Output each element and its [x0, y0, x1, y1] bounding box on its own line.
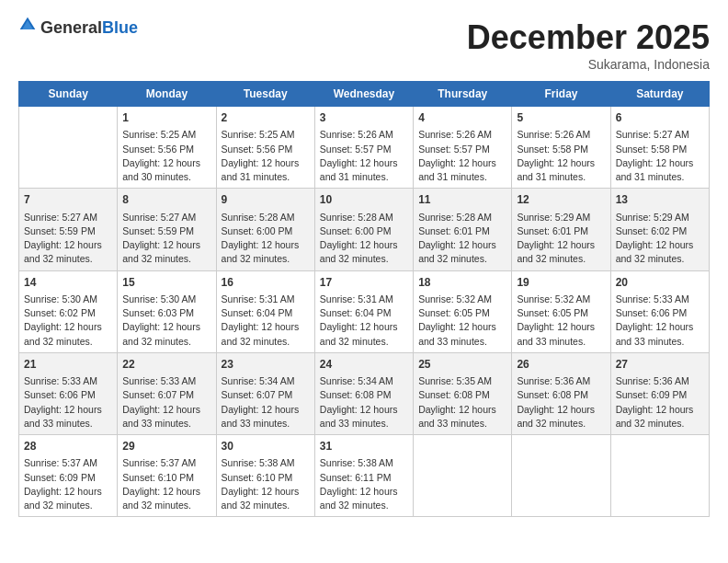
calendar-cell: 24Sunrise: 5:34 AM Sunset: 6:08 PM Dayli… — [314, 352, 413, 434]
day-number: 13 — [616, 192, 704, 208]
cell-content: Sunrise: 5:30 AM Sunset: 6:02 PM Dayligh… — [24, 293, 112, 349]
header-wednesday: Wednesday — [314, 82, 413, 107]
day-number: 9 — [222, 192, 310, 208]
calendar-cell: 20Sunrise: 5:33 AM Sunset: 6:06 PM Dayli… — [610, 270, 709, 352]
calendar-cell: 25Sunrise: 5:35 AM Sunset: 6:08 PM Dayli… — [414, 352, 512, 434]
calendar-cell: 17Sunrise: 5:31 AM Sunset: 6:04 PM Dayli… — [314, 270, 413, 352]
header: GeneralBlue December 2025 Sukarama, Indo… — [18, 18, 710, 72]
calendar-cell — [512, 435, 610, 517]
cell-content: Sunrise: 5:29 AM Sunset: 6:01 PM Dayligh… — [517, 211, 605, 267]
day-number: 7 — [24, 192, 112, 208]
cell-content: Sunrise: 5:28 AM Sunset: 6:00 PM Dayligh… — [320, 211, 408, 267]
calendar-cell: 8Sunrise: 5:27 AM Sunset: 5:59 PM Daylig… — [118, 189, 216, 270]
cell-content: Sunrise: 5:31 AM Sunset: 6:04 PM Dayligh… — [320, 293, 408, 349]
cell-content: Sunrise: 5:32 AM Sunset: 6:05 PM Dayligh… — [517, 293, 605, 349]
cell-content: Sunrise: 5:25 AM Sunset: 5:56 PM Dayligh… — [222, 128, 310, 184]
header-saturday: Saturday — [610, 82, 709, 107]
calendar-cell: 1Sunrise: 5:25 AM Sunset: 5:56 PM Daylig… — [118, 107, 216, 189]
calendar-cell: 30Sunrise: 5:38 AM Sunset: 6:10 PM Dayli… — [216, 435, 314, 517]
calendar-cell: 9Sunrise: 5:28 AM Sunset: 6:00 PM Daylig… — [216, 189, 314, 270]
day-number: 19 — [517, 275, 605, 291]
month-title: December 2025 — [467, 18, 710, 57]
calendar-cell: 27Sunrise: 5:36 AM Sunset: 6:09 PM Dayli… — [610, 352, 709, 434]
calendar-cell: 13Sunrise: 5:29 AM Sunset: 6:02 PM Dayli… — [610, 189, 709, 270]
cell-content: Sunrise: 5:33 AM Sunset: 6:06 PM Dayligh… — [24, 374, 112, 431]
calendar-cell — [610, 435, 709, 517]
day-number: 25 — [418, 357, 506, 373]
calendar-cell: 19Sunrise: 5:32 AM Sunset: 6:05 PM Dayli… — [512, 270, 610, 352]
cell-content: Sunrise: 5:30 AM Sunset: 6:03 PM Dayligh… — [122, 293, 210, 349]
calendar-cell: 22Sunrise: 5:33 AM Sunset: 6:07 PM Dayli… — [118, 352, 216, 434]
cell-content: Sunrise: 5:27 AM Sunset: 5:59 PM Dayligh… — [24, 211, 112, 267]
calendar-cell: 23Sunrise: 5:34 AM Sunset: 6:07 PM Dayli… — [216, 352, 314, 434]
cell-content: Sunrise: 5:38 AM Sunset: 6:10 PM Dayligh… — [222, 456, 310, 512]
calendar-cell — [414, 435, 512, 517]
cell-content: Sunrise: 5:32 AM Sunset: 6:05 PM Dayligh… — [418, 293, 506, 349]
header-sunday: Sunday — [19, 82, 118, 107]
calendar-cell: 10Sunrise: 5:28 AM Sunset: 6:00 PM Dayli… — [314, 189, 413, 270]
day-number: 6 — [616, 110, 704, 126]
calendar-cell: 26Sunrise: 5:36 AM Sunset: 6:08 PM Dayli… — [512, 352, 610, 434]
day-number: 22 — [122, 357, 210, 373]
day-number: 1 — [122, 110, 210, 126]
calendar-cell: 5Sunrise: 5:26 AM Sunset: 5:58 PM Daylig… — [512, 107, 610, 189]
calendar-cell: 14Sunrise: 5:30 AM Sunset: 6:02 PM Dayli… — [19, 270, 118, 352]
logo-icon — [18, 16, 37, 34]
day-number: 30 — [222, 439, 310, 454]
day-number: 10 — [320, 192, 408, 208]
logo: GeneralBlue — [18, 18, 138, 38]
calendar-cell: 21Sunrise: 5:33 AM Sunset: 6:06 PM Dayli… — [19, 352, 118, 434]
cell-content: Sunrise: 5:28 AM Sunset: 6:00 PM Dayligh… — [222, 211, 310, 267]
cell-content: Sunrise: 5:28 AM Sunset: 6:01 PM Dayligh… — [418, 211, 506, 267]
day-number: 15 — [122, 275, 210, 291]
cell-content: Sunrise: 5:34 AM Sunset: 6:08 PM Dayligh… — [320, 374, 408, 431]
day-number: 31 — [320, 439, 408, 454]
header-friday: Friday — [512, 82, 610, 107]
cell-content: Sunrise: 5:33 AM Sunset: 6:07 PM Dayligh… — [122, 374, 210, 431]
cell-content: Sunrise: 5:27 AM Sunset: 5:58 PM Dayligh… — [616, 128, 704, 184]
logo-blue: Blue — [102, 18, 138, 37]
day-number: 27 — [616, 357, 704, 373]
cell-content: Sunrise: 5:36 AM Sunset: 6:09 PM Dayligh… — [616, 374, 704, 431]
calendar-cell: 16Sunrise: 5:31 AM Sunset: 6:04 PM Dayli… — [216, 270, 314, 352]
calendar-cell: 31Sunrise: 5:38 AM Sunset: 6:11 PM Dayli… — [314, 435, 413, 517]
day-number: 20 — [616, 275, 704, 291]
calendar-cell: 28Sunrise: 5:37 AM Sunset: 6:09 PM Dayli… — [19, 435, 118, 517]
calendar-cell: 2Sunrise: 5:25 AM Sunset: 5:56 PM Daylig… — [216, 107, 314, 189]
calendar-cell: 29Sunrise: 5:37 AM Sunset: 6:10 PM Dayli… — [118, 435, 216, 517]
day-number: 26 — [517, 357, 605, 373]
calendar-week-5: 28Sunrise: 5:37 AM Sunset: 6:09 PM Dayli… — [19, 435, 710, 517]
calendar-cell: 3Sunrise: 5:26 AM Sunset: 5:57 PM Daylig… — [314, 107, 413, 189]
calendar-cell: 15Sunrise: 5:30 AM Sunset: 6:03 PM Dayli… — [118, 270, 216, 352]
calendar-week-4: 21Sunrise: 5:33 AM Sunset: 6:06 PM Dayli… — [19, 352, 710, 434]
calendar-week-1: 1Sunrise: 5:25 AM Sunset: 5:56 PM Daylig… — [19, 107, 710, 189]
calendar-header-row: SundayMondayTuesdayWednesdayThursdayFrid… — [19, 82, 710, 107]
title-area: December 2025 Sukarama, Indonesia — [467, 18, 710, 72]
cell-content: Sunrise: 5:33 AM Sunset: 6:06 PM Dayligh… — [616, 293, 704, 349]
cell-content: Sunrise: 5:36 AM Sunset: 6:08 PM Dayligh… — [517, 374, 605, 431]
calendar-cell: 4Sunrise: 5:26 AM Sunset: 5:57 PM Daylig… — [414, 107, 512, 189]
day-number: 12 — [517, 192, 605, 208]
cell-content: Sunrise: 5:26 AM Sunset: 5:57 PM Dayligh… — [418, 128, 506, 184]
calendar-cell: 12Sunrise: 5:29 AM Sunset: 6:01 PM Dayli… — [512, 189, 610, 270]
header-monday: Monday — [118, 82, 216, 107]
day-number: 8 — [122, 192, 210, 208]
day-number: 14 — [24, 275, 112, 291]
day-number: 16 — [222, 275, 310, 291]
day-number: 21 — [24, 357, 112, 373]
calendar-week-3: 14Sunrise: 5:30 AM Sunset: 6:02 PM Dayli… — [19, 270, 710, 352]
calendar-cell: 6Sunrise: 5:27 AM Sunset: 5:58 PM Daylig… — [610, 107, 709, 189]
day-number: 29 — [122, 439, 210, 454]
day-number: 4 — [418, 110, 506, 126]
day-number: 23 — [222, 357, 310, 373]
cell-content: Sunrise: 5:37 AM Sunset: 6:09 PM Dayligh… — [24, 456, 112, 512]
cell-content: Sunrise: 5:26 AM Sunset: 5:58 PM Dayligh… — [517, 128, 605, 184]
subtitle: Sukarama, Indonesia — [467, 57, 710, 72]
calendar-cell: 11Sunrise: 5:28 AM Sunset: 6:01 PM Dayli… — [414, 189, 512, 270]
day-number: 5 — [517, 110, 605, 126]
day-number: 11 — [418, 192, 506, 208]
cell-content: Sunrise: 5:25 AM Sunset: 5:56 PM Dayligh… — [122, 128, 210, 184]
day-number: 3 — [320, 110, 408, 126]
cell-content: Sunrise: 5:26 AM Sunset: 5:57 PM Dayligh… — [320, 128, 408, 184]
calendar-cell: 18Sunrise: 5:32 AM Sunset: 6:05 PM Dayli… — [414, 270, 512, 352]
